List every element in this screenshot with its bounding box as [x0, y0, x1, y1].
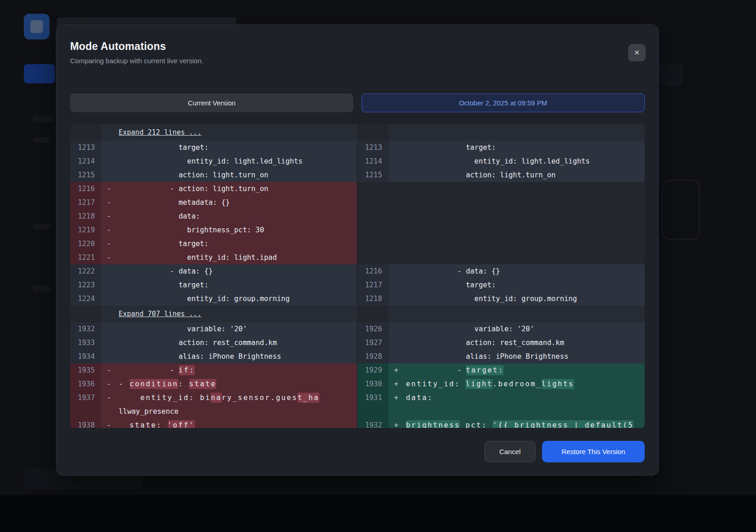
- code-segment: target:: [406, 281, 496, 289]
- code-text: data:: [406, 391, 645, 418]
- diff-row: 1938- state: 'off'1932+brightness_pct: '…: [70, 418, 645, 428]
- diff-sign: -: [101, 237, 119, 251]
- diff-row: 1934 alias: iPhone Brightness1928 alias:…: [70, 350, 645, 363]
- diff-row: 1215 action: light.turn_on1215 action: l…: [70, 168, 645, 182]
- code-segment: action: light.turn_on: [406, 171, 556, 179]
- code-text: brightness_pct: '{{ brightness | default…: [406, 418, 645, 428]
- code-text: target:: [119, 141, 357, 154]
- code-text: target:: [119, 278, 357, 292]
- code-segment: entity_id: light.ipad: [119, 253, 277, 262]
- code-text: entity_id: light.led_lights: [406, 154, 645, 168]
- diff-cell-left: 1217- metadata: {}: [70, 196, 357, 209]
- line-number: [357, 196, 389, 209]
- diff-sign: [389, 168, 406, 182]
- diff-word-highlight: condition: [130, 379, 179, 389]
- expand-lines-link[interactable]: Expand 707 lines ...: [119, 310, 202, 318]
- code-segment: action: rest_command.km: [406, 339, 564, 347]
- diff-row: 1224 entity_id: group.morning1218 entity…: [70, 292, 645, 306]
- line-number: 1926: [357, 322, 389, 336]
- line-number: 1218: [70, 209, 101, 223]
- diff-row: 1218- data:: [70, 209, 645, 223]
- code-segment: brightness_pct: 30: [119, 226, 264, 234]
- diff-sign: [389, 292, 406, 306]
- dialog-title: Mode Automations: [70, 40, 645, 53]
- code-segment: :: [178, 380, 189, 388]
- line-number: 1927: [357, 336, 389, 350]
- diff-sign: -: [101, 209, 119, 223]
- diff-sign: [101, 322, 119, 336]
- line-number: 1222: [70, 264, 101, 278]
- current-version-button[interactable]: Current Version: [70, 93, 353, 112]
- diff-cell-right: 1930+entity_id: light.bedroom_lights: [357, 377, 645, 391]
- line-number: 1216: [70, 182, 101, 196]
- line-number: 1932: [357, 418, 389, 428]
- code-segment: _pct:: [460, 421, 493, 428]
- diff-sign: -: [101, 196, 119, 209]
- diff-cell-left: 1938- state: 'off': [70, 418, 357, 428]
- diff-cell-right: 1213 target:: [357, 141, 645, 154]
- diff-row: 1213 target:1213 target:: [70, 141, 645, 154]
- line-number: 1936: [70, 377, 101, 391]
- code-segment: entity_id: group.morning: [119, 295, 290, 303]
- code-text: entity_id: group.morning: [406, 292, 645, 306]
- code-text: - if:: [119, 363, 357, 377]
- diff-sign: [389, 322, 406, 336]
- diff-word-highlight: na: [211, 393, 222, 403]
- code-segment: entity_id: light.led_lights: [119, 157, 302, 165]
- diff-cell-right: 1931+data:: [357, 391, 645, 418]
- line-number: 1931: [357, 391, 389, 418]
- diff-word-highlight: light: [466, 379, 493, 389]
- line-number: 1932: [70, 322, 101, 336]
- diff-row: 1222 - data: {}1216 - data: {}: [70, 264, 645, 278]
- diff-row: 1219- brightness_pct: 30: [70, 223, 645, 237]
- dialog-header: Mode Automations Comparing backup with c…: [56, 25, 658, 65]
- expand-lines-link[interactable]: Expand 212 lines ...: [119, 128, 202, 137]
- code-text: state: 'off': [119, 418, 357, 428]
- diff-cell-left: 1934 alias: iPhone Brightness: [70, 350, 357, 363]
- close-button[interactable]: ✕: [628, 44, 646, 61]
- diff-row: 1221- entity_id: light.ipad: [70, 251, 645, 264]
- code-segment: state:: [119, 421, 168, 428]
- line-number: 1213: [70, 141, 101, 154]
- code-segment: entity_id: bi: [119, 394, 211, 402]
- code-segment: entity_id:: [406, 380, 466, 388]
- diff-word-highlight: target:: [466, 365, 504, 375]
- diff-cell-left: 1216- - action: light.turn_on: [70, 182, 357, 196]
- diff-sign: [101, 350, 119, 363]
- diff-cell-right: 1215 action: light.turn_on: [357, 168, 645, 182]
- code-text: entity_id: light.bedroom_lights: [406, 377, 645, 391]
- diff-cell-right: [357, 209, 645, 223]
- code-segment: -: [406, 366, 466, 374]
- diff-sign: [389, 223, 406, 237]
- diff-cell-right: [357, 182, 645, 196]
- code-segment: target:: [119, 143, 208, 152]
- code-text: data:: [119, 209, 357, 223]
- line-number: 1930: [357, 377, 389, 391]
- diff-sign: [389, 196, 406, 209]
- code-text: - target:: [406, 363, 645, 377]
- diff-cell-right: [357, 237, 645, 251]
- diff-viewer: Expand 212 lines ...1213 target:1213 tar…: [70, 124, 645, 428]
- diff-row: 1216- - action: light.turn_on: [70, 182, 645, 196]
- code-text: - condition: state: [119, 377, 357, 391]
- diff-word-highlight: state: [189, 379, 216, 389]
- line-number: 1937: [70, 391, 101, 418]
- code-text: target:: [406, 141, 645, 154]
- diff-cell-right: 1216 - data: {}: [357, 264, 645, 278]
- cancel-button[interactable]: Cancel: [484, 441, 536, 462]
- diff-sign: [389, 237, 406, 251]
- diff-word-highlight: brightness: [406, 420, 460, 428]
- restore-version-button[interactable]: Restore This Version: [542, 441, 645, 462]
- backup-version-button[interactable]: October 2, 2025 at 09:59 PM: [362, 93, 645, 112]
- diff-sign: [389, 209, 406, 223]
- code-text: [406, 237, 645, 251]
- code-segment: -: [119, 380, 130, 388]
- line-number: 1217: [357, 278, 389, 292]
- code-text: [406, 223, 645, 237]
- diff-word-highlight: if:: [179, 365, 195, 375]
- diff-sign: +: [389, 363, 406, 377]
- diff-sign: [389, 350, 406, 363]
- code-text: alias: iPhone Brightness: [119, 350, 357, 363]
- diff-cell-right: 1928 alias: iPhone Brightness: [357, 350, 645, 363]
- diff-cell-right: 1929+ - target:: [357, 363, 645, 377]
